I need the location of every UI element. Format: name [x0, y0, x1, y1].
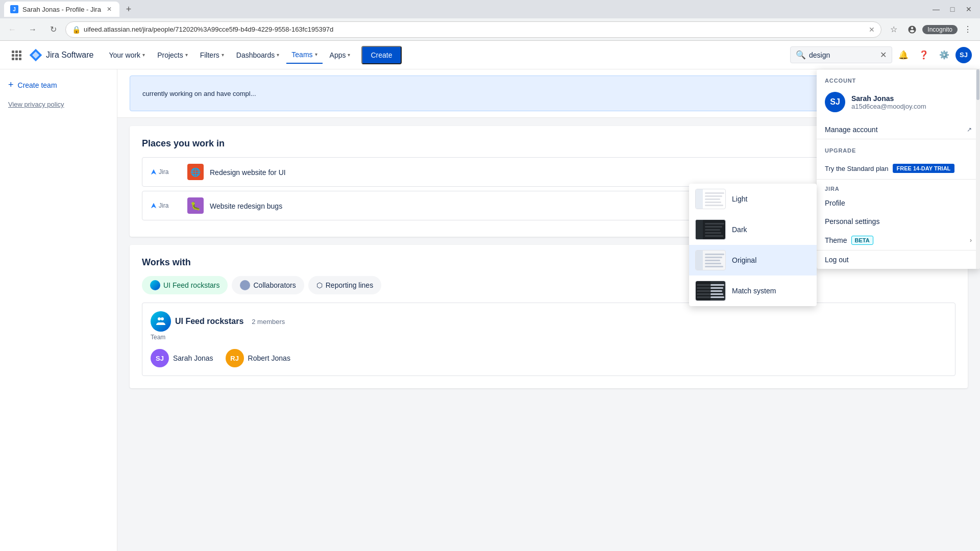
manage-account-item[interactable]: Manage account ↗: [817, 120, 980, 139]
jira-section-label: JIRA: [817, 180, 980, 194]
new-tab-button[interactable]: +: [121, 2, 136, 16]
search-icon: 🔍: [796, 50, 806, 60]
browser-toolbar: ← → ↻ 🔒 uifeed.atlassian.net/jira/people…: [0, 18, 980, 41]
toolbar-right: ☆ Incognito ⋮: [886, 21, 976, 38]
nav-apps[interactable]: Apps ▾: [325, 47, 356, 63]
ssl-icon: 🔒: [72, 26, 81, 34]
svg-rect-7: [19, 54, 21, 57]
svg-rect-9: [15, 58, 18, 60]
minimize-button[interactable]: ―: [929, 2, 943, 16]
close-button[interactable]: ✕: [962, 2, 976, 16]
jira-navigation: Jira Software Your work ▾ Projects ▾ Fil…: [0, 41, 980, 69]
scrollbar-track: [976, 69, 980, 269]
search-bar[interactable]: 🔍 ✕: [790, 46, 892, 63]
project-icon-1: 🌐: [187, 164, 204, 180]
upgrade-section-label: UPGRADE: [817, 139, 980, 158]
account-dropdown: ACCOUNT SJ Sarah Jonas a15d6cea@moodjoy.…: [817, 69, 980, 269]
apps-grid-icon[interactable]: [8, 47, 24, 63]
nav-right-icons: 🔔 ❓ ⚙️ SJ: [894, 46, 972, 64]
maximize-button[interactable]: □: [945, 2, 960, 16]
dashboards-chevron-icon: ▾: [277, 52, 279, 58]
apps-chevron-icon: ▾: [348, 52, 350, 58]
tab-title: Sarah Jonas - Profile - Jira: [22, 6, 101, 13]
scrollbar-thumb[interactable]: [976, 69, 979, 100]
browser-titlebar: J Sarah Jonas - Profile - Jira ✕ + ― □ ✕: [0, 0, 980, 18]
your-work-chevron-icon: ▾: [142, 52, 145, 58]
profile-extensions-icon[interactable]: [904, 21, 920, 38]
svg-rect-3: [15, 51, 18, 53]
upgrade-section: Try the Standard plan FREE 14-DAY TRIAL: [817, 158, 980, 179]
external-link-icon: ↗: [967, 126, 972, 133]
window-controls: ― □ ✕: [929, 2, 976, 16]
plus-icon: +: [8, 80, 14, 90]
browser-tab[interactable]: J Sarah Jonas - Profile - Jira ✕: [4, 2, 119, 17]
tab-reporting-lines[interactable]: ⬡ Reporting lines: [308, 276, 381, 294]
members-list: SJ Sarah Jonas RJ Robert Jonas: [151, 349, 947, 367]
address-text: uifeed.atlassian.net/jira/people/712020%…: [84, 26, 866, 33]
nav-dashboards[interactable]: Dashboards ▾: [231, 47, 285, 63]
theme-beta-badge: BETA: [851, 236, 873, 245]
theme-submenu: Light Dark: [689, 184, 817, 306]
search-clear-icon[interactable]: ✕: [880, 50, 887, 60]
user-avatar[interactable]: SJ: [955, 47, 972, 63]
create-button[interactable]: Create: [361, 46, 401, 64]
theme-menu-item[interactable]: Theme BETA ›: [817, 231, 980, 250]
theme-label-group: Theme BETA: [825, 236, 873, 245]
team-card: UI Feed rockstars 2 members Team SJ Sara…: [142, 303, 955, 376]
account-avatar: SJ: [825, 92, 845, 112]
refresh-button[interactable]: ↻: [45, 21, 61, 38]
member-avatar-sarah: SJ: [151, 349, 169, 367]
theme-preview-system: [695, 281, 726, 301]
address-clear-icon[interactable]: ✕: [869, 26, 875, 34]
svg-rect-10: [19, 58, 21, 60]
search-input[interactable]: [809, 51, 877, 59]
logo-text: Jira Software: [46, 51, 93, 60]
tab-close-button[interactable]: ✕: [105, 5, 113, 13]
theme-option-original[interactable]: Original: [689, 245, 817, 276]
address-bar[interactable]: 🔒 uifeed.atlassian.net/jira/people/71202…: [65, 21, 881, 38]
notifications-icon[interactable]: 🔔: [894, 46, 913, 64]
svg-point-12: [161, 317, 164, 320]
filters-chevron-icon: ▾: [222, 52, 224, 58]
nav-your-work[interactable]: Your work ▾: [104, 47, 150, 63]
incognito-badge: Incognito: [922, 25, 958, 34]
privacy-policy-link[interactable]: View privacy policy: [8, 101, 109, 108]
teams-chevron-icon: ▾: [315, 52, 317, 57]
svg-point-11: [158, 317, 161, 320]
svg-rect-8: [12, 58, 14, 60]
jira-logo[interactable]: Jira Software: [29, 48, 93, 62]
browser-menu-icon[interactable]: ⋮: [960, 21, 976, 38]
account-name: Sarah Jonas: [851, 94, 926, 103]
forward-button[interactable]: →: [24, 21, 41, 38]
svg-rect-5: [12, 54, 14, 57]
nav-teams[interactable]: Teams ▾: [286, 46, 322, 64]
profile-menu-item[interactable]: Profile: [817, 194, 980, 212]
tab-collaborators[interactable]: Collaborators: [232, 276, 304, 294]
theme-chevron-icon: ›: [970, 237, 972, 244]
settings-icon[interactable]: ⚙️: [935, 46, 953, 64]
tab-favicon: J: [10, 5, 18, 13]
nav-projects[interactable]: Projects ▾: [152, 47, 193, 63]
back-button[interactable]: ←: [4, 21, 20, 38]
team-info: UI Feed rockstars: [175, 317, 243, 326]
tab-ui-feed-rockstars[interactable]: UI Feed rockstars: [142, 276, 228, 294]
bookmark-icon[interactable]: ☆: [886, 21, 902, 38]
account-user-details: Sarah Jonas a15d6cea@moodjoy.com: [851, 94, 926, 110]
project-info-1: Redesign website for UI: [210, 167, 286, 177]
svg-rect-2: [12, 51, 14, 53]
account-email: a15d6cea@moodjoy.com: [851, 103, 926, 110]
log-out-menu-item[interactable]: Log out: [817, 251, 980, 269]
nav-filters[interactable]: Filters ▾: [195, 47, 229, 63]
theme-option-dark[interactable]: Dark: [689, 214, 817, 245]
theme-option-light[interactable]: Light: [689, 184, 817, 214]
account-user-info: SJ Sarah Jonas a15d6cea@moodjoy.com: [817, 88, 980, 120]
member-item-sarah: SJ Sarah Jonas: [151, 349, 213, 367]
account-section-label: ACCOUNT: [817, 69, 980, 88]
project-info-2: Website redesign bugs: [210, 201, 282, 210]
personal-settings-menu-item[interactable]: Personal settings: [817, 212, 980, 231]
free-trial-badge: FREE 14-DAY TRIAL: [893, 164, 955, 173]
create-team-button[interactable]: + Create team: [8, 78, 109, 92]
theme-option-match-system[interactable]: Match system: [689, 276, 817, 306]
help-icon[interactable]: ❓: [915, 46, 933, 64]
theme-preview-dark: [695, 219, 726, 240]
